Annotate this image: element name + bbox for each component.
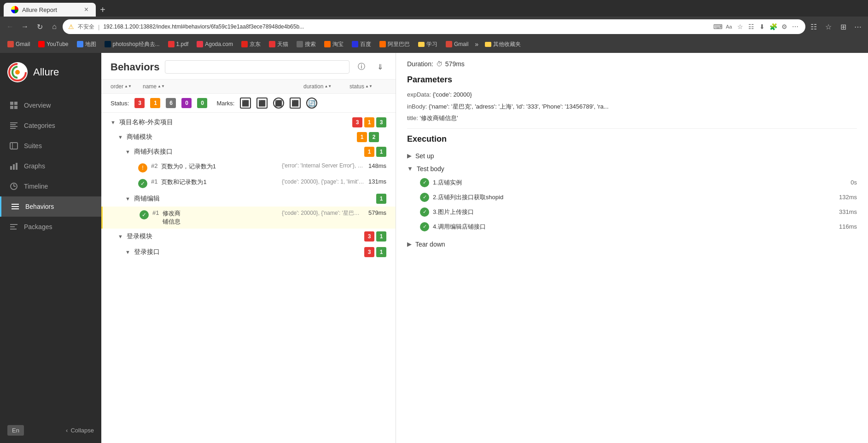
tree-shop-edit[interactable]: ▼ 商铺编辑 1: [101, 191, 396, 207]
mark-icon-3[interactable]: ⬛: [273, 98, 284, 109]
language-button[interactable]: En: [7, 425, 24, 436]
bookmark-alibaba[interactable]: 阿里巴巴: [376, 39, 414, 50]
sort-arrows-order: ▲▼: [124, 85, 132, 88]
sidebar-item-overview[interactable]: Overview: [0, 95, 101, 115]
home-button[interactable]: ⌂: [48, 20, 61, 33]
tree-shop-list-toggle[interactable]: ▼: [125, 149, 130, 155]
bookmark-gmail2[interactable]: Gmail: [442, 39, 472, 49]
test-row-shop-list-2[interactable]: ! #2 页数为0，记录数为1 {'error': 'Internal Serv…: [101, 160, 396, 175]
star-icon[interactable]: ☆: [735, 22, 745, 31]
bookmark-search[interactable]: 搜索: [293, 39, 320, 50]
bookmark-maps[interactable]: 地图: [73, 39, 100, 50]
tab-close-button[interactable]: ×: [84, 6, 88, 14]
extensions-icon[interactable]: 🧩: [769, 22, 778, 31]
user-icon[interactable]: ⚙: [780, 22, 789, 31]
setup-row[interactable]: ▶ Set up: [407, 150, 857, 162]
sidebar-item-timeline[interactable]: Timeline: [0, 176, 101, 196]
status-badge-failed[interactable]: 3: [134, 98, 145, 108]
bookmark-favicon-jd: [241, 41, 248, 47]
sidebar-item-graphs[interactable]: Graphs: [0, 156, 101, 176]
bookmark-gmail[interactable]: Gmail: [4, 39, 34, 49]
bookmark-agoda[interactable]: Agoda.com: [193, 39, 237, 49]
test-row-shop-edit-1[interactable]: ✓ #1 修改商 铺信息 {'code': 20000}, {'name': '…: [101, 207, 396, 229]
tear-down-row[interactable]: ▶ Tear down: [407, 238, 857, 251]
status-badge-unknown[interactable]: 0: [181, 98, 192, 108]
tree-shop-list-badges: 1 1: [364, 147, 386, 157]
mark-icon-4[interactable]: ⬛: [290, 98, 301, 109]
reload-button[interactable]: ↻: [33, 20, 46, 33]
bookmark-youtube[interactable]: YouTube: [35, 39, 72, 49]
sort-name[interactable]: name ▲▼: [143, 83, 165, 90]
test-body-toggle-icon[interactable]: ▼: [407, 165, 413, 172]
download-status-icon[interactable]: ⬇: [757, 22, 767, 31]
tree-shop-module[interactable]: ▼ 商铺模块 1 2: [101, 130, 396, 144]
bookmark-baidu[interactable]: 百度: [348, 39, 375, 50]
bookmarks-more-button[interactable]: »: [473, 40, 480, 48]
bookmark-jd[interactable]: 京东: [238, 39, 264, 50]
address-bar[interactable]: ⚠ 不安全 | 192.168.1.200:13882/index.html#b…: [63, 19, 805, 34]
translate-icon[interactable]: ⌨: [713, 22, 722, 31]
active-tab[interactable]: Allure Report ×: [4, 3, 96, 17]
forward-button[interactable]: →: [18, 20, 31, 33]
favorites-icon[interactable]: ☆: [822, 20, 835, 33]
tree-login-api-toggle[interactable]: ▼: [125, 249, 130, 255]
tree-root-toggle[interactable]: ▼: [111, 120, 116, 125]
test-name-edit-1: 修改商 铺信息: [163, 209, 278, 226]
bookmark-ps[interactable]: photoshop经典去...: [101, 39, 163, 50]
bookmark-tmall[interactable]: 天猫: [265, 39, 292, 50]
sidebar-item-suites[interactable]: Suites: [0, 136, 101, 156]
aa-icon[interactable]: Aa: [724, 22, 734, 31]
tree-shop-list[interactable]: ▼ 商铺列表接口 1 1: [101, 144, 396, 160]
col-name: name ▲▼: [143, 83, 303, 90]
collapse-button[interactable]: ‹ Collapse: [66, 427, 94, 434]
tree-login-toggle[interactable]: ▼: [118, 234, 123, 239]
sidebar-item-packages[interactable]: Packages: [0, 217, 101, 237]
status-badge-broken[interactable]: 1: [150, 98, 160, 108]
sort-duration[interactable]: duration ▲▼: [303, 83, 332, 90]
setup-toggle-icon[interactable]: ▶: [407, 152, 412, 159]
collections-icon[interactable]: ⊞: [837, 20, 850, 33]
exec-step-2[interactable]: ✓ 2.店铺列出接口获取shopid 132ms: [407, 190, 857, 205]
bookmark-study[interactable]: 学习: [414, 39, 441, 50]
mark-icon-5[interactable]: 🔄: [306, 98, 317, 109]
behaviors-search-input[interactable]: [165, 60, 350, 74]
info-icon[interactable]: ⓘ: [355, 61, 368, 74]
tree-login-module[interactable]: ▼ 登录模块 3 1: [101, 229, 396, 244]
tear-down-toggle-icon[interactable]: ▶: [407, 241, 412, 247]
root-badge-2: 1: [364, 117, 374, 127]
tree-shop-badges: 1 2: [357, 132, 379, 142]
more-icon[interactable]: ⋯: [791, 22, 800, 31]
sidebar-item-categories[interactable]: Categories: [0, 115, 101, 136]
exec-step-4[interactable]: ✓ 4.调用编辑店铺接口 116ms: [407, 219, 857, 234]
tree-root[interactable]: ▼ 项目名称-外卖项目 3 1 3: [101, 115, 396, 130]
tree-shop-toggle[interactable]: ▼: [118, 134, 123, 140]
reader-icon[interactable]: ☷: [746, 22, 756, 31]
back-button[interactable]: ←: [4, 20, 17, 33]
exec-step-3[interactable]: ✓ 3.图片上传接口 331ms: [407, 205, 857, 219]
sidebar-toggle[interactable]: ☷: [807, 20, 820, 33]
bookmark-taobao[interactable]: 淘宝: [320, 39, 347, 50]
test-num-edit-1: #1: [152, 209, 159, 216]
sort-order[interactable]: order ▲▼: [111, 83, 132, 90]
mark-icon-2[interactable]: ⬛: [256, 98, 268, 109]
exec-step-1-label: 1.店铺实例: [433, 178, 847, 187]
status-badge-passed[interactable]: 0: [197, 98, 207, 108]
tree-shop-edit-toggle[interactable]: ▼: [125, 196, 130, 201]
sidebar-item-behaviors[interactable]: Behaviors: [0, 196, 101, 217]
menu-button[interactable]: ⋯: [851, 20, 864, 33]
bookmark-pdf[interactable]: 1.pdf: [164, 39, 192, 49]
test-duration-2: 148ms: [368, 162, 386, 169]
bookmark-other[interactable]: 其他收藏夹: [481, 39, 524, 50]
mark-icon-1[interactable]: ⬛: [240, 98, 251, 109]
new-tab-button[interactable]: +: [96, 3, 110, 17]
download-icon[interactable]: ⇓: [373, 61, 386, 74]
svg-rect-3: [14, 102, 17, 105]
test-row-shop-list-1[interactable]: ✓ #1 页数和记录数为1 {'code': 20000}, {'page': …: [101, 175, 396, 191]
sort-status[interactable]: status ▲▼: [350, 83, 373, 90]
shop-list-badge-2: 1: [376, 147, 386, 157]
tree-login-api[interactable]: ▼ 登录接口 3 1: [101, 244, 396, 260]
status-badge-skipped[interactable]: 6: [166, 98, 176, 108]
test-icon-pass-edit: ✓: [140, 210, 149, 219]
exec-step-1[interactable]: ✓ 1.店铺实例 0s: [407, 175, 857, 190]
test-body-row[interactable]: ▼ Test body: [407, 162, 857, 175]
